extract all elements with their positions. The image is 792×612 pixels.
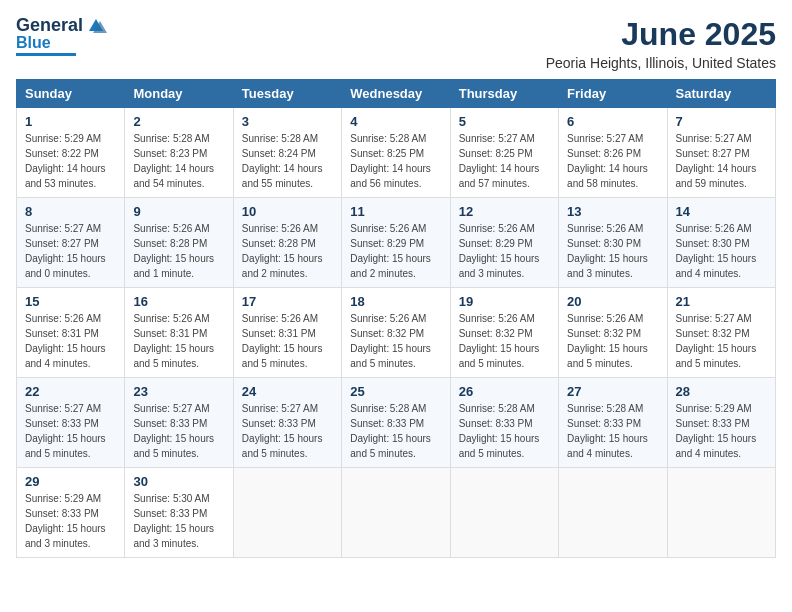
day-info: Sunrise: 5:28 AMSunset: 8:33 PMDaylight:… [459, 401, 550, 461]
day-number: 2 [133, 114, 224, 129]
calendar-cell: 3 Sunrise: 5:28 AMSunset: 8:24 PMDayligh… [233, 108, 341, 198]
calendar-cell: 6 Sunrise: 5:27 AMSunset: 8:26 PMDayligh… [559, 108, 667, 198]
page-header: General Blue June 2025 Peoria Heights, I… [16, 16, 776, 71]
weekday-header-monday: Monday [125, 80, 233, 108]
calendar-week-1: 1 Sunrise: 5:29 AMSunset: 8:22 PMDayligh… [17, 108, 776, 198]
day-number: 28 [676, 384, 767, 399]
logo-underline [16, 53, 76, 56]
day-number: 26 [459, 384, 550, 399]
calendar-cell: 24 Sunrise: 5:27 AMSunset: 8:33 PMDaylig… [233, 378, 341, 468]
calendar-cell: 2 Sunrise: 5:28 AMSunset: 8:23 PMDayligh… [125, 108, 233, 198]
calendar-table: SundayMondayTuesdayWednesdayThursdayFrid… [16, 79, 776, 558]
day-info: Sunrise: 5:27 AMSunset: 8:27 PMDaylight:… [676, 131, 767, 191]
day-number: 30 [133, 474, 224, 489]
day-info: Sunrise: 5:29 AMSunset: 8:22 PMDaylight:… [25, 131, 116, 191]
day-info: Sunrise: 5:26 AMSunset: 8:28 PMDaylight:… [133, 221, 224, 281]
calendar-cell: 8 Sunrise: 5:27 AMSunset: 8:27 PMDayligh… [17, 198, 125, 288]
day-info: Sunrise: 5:28 AMSunset: 8:33 PMDaylight:… [567, 401, 658, 461]
calendar-cell: 17 Sunrise: 5:26 AMSunset: 8:31 PMDaylig… [233, 288, 341, 378]
calendar-cell: 1 Sunrise: 5:29 AMSunset: 8:22 PMDayligh… [17, 108, 125, 198]
day-info: Sunrise: 5:28 AMSunset: 8:33 PMDaylight:… [350, 401, 441, 461]
title-area: June 2025 Peoria Heights, Illinois, Unit… [546, 16, 776, 71]
day-number: 9 [133, 204, 224, 219]
day-number: 27 [567, 384, 658, 399]
logo-icon [85, 17, 107, 35]
calendar-cell: 19 Sunrise: 5:26 AMSunset: 8:32 PMDaylig… [450, 288, 558, 378]
day-number: 1 [25, 114, 116, 129]
day-info: Sunrise: 5:27 AMSunset: 8:33 PMDaylight:… [133, 401, 224, 461]
day-info: Sunrise: 5:27 AMSunset: 8:27 PMDaylight:… [25, 221, 116, 281]
day-number: 20 [567, 294, 658, 309]
calendar-week-2: 8 Sunrise: 5:27 AMSunset: 8:27 PMDayligh… [17, 198, 776, 288]
calendar-cell: 15 Sunrise: 5:26 AMSunset: 8:31 PMDaylig… [17, 288, 125, 378]
day-number: 14 [676, 204, 767, 219]
day-info: Sunrise: 5:28 AMSunset: 8:24 PMDaylight:… [242, 131, 333, 191]
day-number: 10 [242, 204, 333, 219]
calendar-cell: 21 Sunrise: 5:27 AMSunset: 8:32 PMDaylig… [667, 288, 775, 378]
weekday-header-thursday: Thursday [450, 80, 558, 108]
day-info: Sunrise: 5:30 AMSunset: 8:33 PMDaylight:… [133, 491, 224, 551]
weekday-header-sunday: Sunday [17, 80, 125, 108]
calendar-cell: 7 Sunrise: 5:27 AMSunset: 8:27 PMDayligh… [667, 108, 775, 198]
logo: General Blue [16, 16, 107, 56]
calendar-cell: 10 Sunrise: 5:26 AMSunset: 8:28 PMDaylig… [233, 198, 341, 288]
calendar-cell: 23 Sunrise: 5:27 AMSunset: 8:33 PMDaylig… [125, 378, 233, 468]
calendar-cell: 20 Sunrise: 5:26 AMSunset: 8:32 PMDaylig… [559, 288, 667, 378]
day-info: Sunrise: 5:29 AMSunset: 8:33 PMDaylight:… [676, 401, 767, 461]
calendar-cell: 18 Sunrise: 5:26 AMSunset: 8:32 PMDaylig… [342, 288, 450, 378]
calendar-cell: 11 Sunrise: 5:26 AMSunset: 8:29 PMDaylig… [342, 198, 450, 288]
day-number: 23 [133, 384, 224, 399]
day-info: Sunrise: 5:26 AMSunset: 8:30 PMDaylight:… [567, 221, 658, 281]
calendar-week-3: 15 Sunrise: 5:26 AMSunset: 8:31 PMDaylig… [17, 288, 776, 378]
calendar-cell [559, 468, 667, 558]
weekday-header-saturday: Saturday [667, 80, 775, 108]
day-info: Sunrise: 5:26 AMSunset: 8:29 PMDaylight:… [459, 221, 550, 281]
day-info: Sunrise: 5:26 AMSunset: 8:31 PMDaylight:… [25, 311, 116, 371]
day-number: 15 [25, 294, 116, 309]
day-info: Sunrise: 5:27 AMSunset: 8:25 PMDaylight:… [459, 131, 550, 191]
day-info: Sunrise: 5:28 AMSunset: 8:25 PMDaylight:… [350, 131, 441, 191]
month-title: June 2025 [546, 16, 776, 53]
day-number: 6 [567, 114, 658, 129]
day-number: 7 [676, 114, 767, 129]
calendar-cell: 13 Sunrise: 5:26 AMSunset: 8:30 PMDaylig… [559, 198, 667, 288]
day-number: 22 [25, 384, 116, 399]
day-number: 21 [676, 294, 767, 309]
weekday-header-friday: Friday [559, 80, 667, 108]
calendar-cell: 25 Sunrise: 5:28 AMSunset: 8:33 PMDaylig… [342, 378, 450, 468]
day-info: Sunrise: 5:26 AMSunset: 8:30 PMDaylight:… [676, 221, 767, 281]
day-number: 3 [242, 114, 333, 129]
calendar-cell [450, 468, 558, 558]
day-info: Sunrise: 5:26 AMSunset: 8:32 PMDaylight:… [459, 311, 550, 371]
calendar-cell: 26 Sunrise: 5:28 AMSunset: 8:33 PMDaylig… [450, 378, 558, 468]
day-number: 19 [459, 294, 550, 309]
day-info: Sunrise: 5:26 AMSunset: 8:31 PMDaylight:… [242, 311, 333, 371]
day-info: Sunrise: 5:27 AMSunset: 8:32 PMDaylight:… [676, 311, 767, 371]
calendar-week-5: 29 Sunrise: 5:29 AMSunset: 8:33 PMDaylig… [17, 468, 776, 558]
weekday-header-tuesday: Tuesday [233, 80, 341, 108]
calendar-cell: 16 Sunrise: 5:26 AMSunset: 8:31 PMDaylig… [125, 288, 233, 378]
day-number: 12 [459, 204, 550, 219]
calendar-cell: 30 Sunrise: 5:30 AMSunset: 8:33 PMDaylig… [125, 468, 233, 558]
day-info: Sunrise: 5:26 AMSunset: 8:32 PMDaylight:… [350, 311, 441, 371]
weekday-header-row: SundayMondayTuesdayWednesdayThursdayFrid… [17, 80, 776, 108]
day-number: 13 [567, 204, 658, 219]
weekday-header-wednesday: Wednesday [342, 80, 450, 108]
day-number: 18 [350, 294, 441, 309]
day-number: 25 [350, 384, 441, 399]
calendar-cell [667, 468, 775, 558]
calendar-cell: 5 Sunrise: 5:27 AMSunset: 8:25 PMDayligh… [450, 108, 558, 198]
day-number: 4 [350, 114, 441, 129]
day-number: 11 [350, 204, 441, 219]
day-info: Sunrise: 5:26 AMSunset: 8:31 PMDaylight:… [133, 311, 224, 371]
day-info: Sunrise: 5:27 AMSunset: 8:33 PMDaylight:… [242, 401, 333, 461]
day-info: Sunrise: 5:26 AMSunset: 8:32 PMDaylight:… [567, 311, 658, 371]
calendar-week-4: 22 Sunrise: 5:27 AMSunset: 8:33 PMDaylig… [17, 378, 776, 468]
logo-text-blue: Blue [16, 34, 51, 52]
calendar-cell [233, 468, 341, 558]
day-number: 29 [25, 474, 116, 489]
calendar-cell [342, 468, 450, 558]
day-info: Sunrise: 5:29 AMSunset: 8:33 PMDaylight:… [25, 491, 116, 551]
day-number: 24 [242, 384, 333, 399]
calendar-cell: 9 Sunrise: 5:26 AMSunset: 8:28 PMDayligh… [125, 198, 233, 288]
